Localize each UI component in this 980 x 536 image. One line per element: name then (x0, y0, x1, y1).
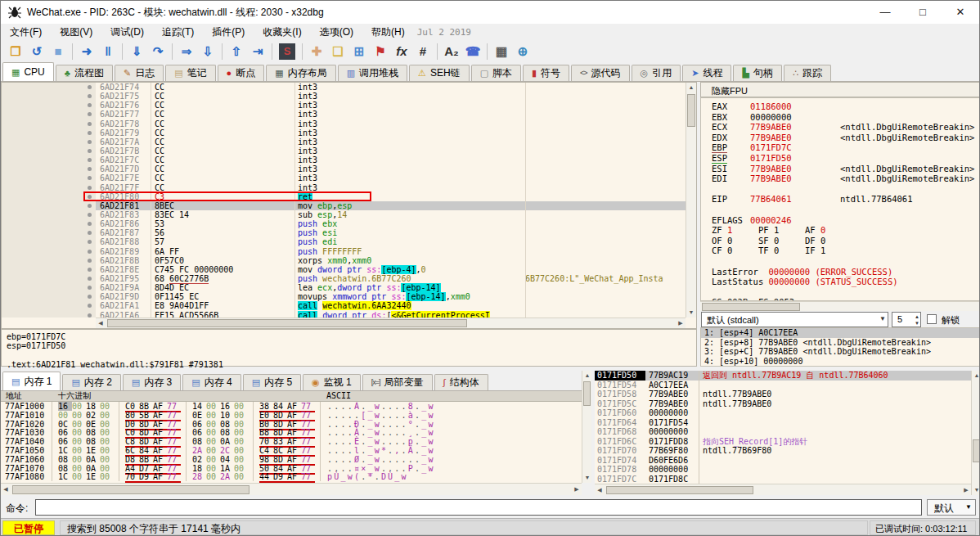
disasm-row[interactable]: 6AD21F9D0F1145 ECmovups xmmword ptr ss:[… (2, 292, 686, 301)
command-input[interactable] (35, 499, 922, 516)
bookmark-icon[interactable]: ⚑ (370, 42, 391, 61)
scroll-left-arrow[interactable]: ◀ (96, 318, 106, 328)
disasm-row[interactable]: 6AD21F818BECmov ebp,esp (2, 201, 686, 210)
breakpoint-dot-icon[interactable] (84, 164, 96, 173)
menu-item-0[interactable]: 文件(F) (1, 24, 51, 41)
disasm-row[interactable]: 6AD21F78CCint3 (2, 119, 686, 128)
menu-item-1[interactable]: 视图(V) (51, 24, 101, 41)
stack-row[interactable]: 0171FD640171FD54 (595, 418, 971, 428)
tab-符号[interactable]: ▮符号 (523, 65, 569, 81)
register-row[interactable]: EIP77B64061ntdll.77B64061 (712, 194, 980, 205)
internet-icon[interactable]: ⊕ (512, 42, 533, 61)
highlight-icon[interactable]: # (412, 42, 434, 61)
breakpoint-dot-icon[interactable] (84, 183, 96, 192)
register-row[interactable]: ECX77B9ABE0<ntdll.DbgUiRemoteBreakin> (712, 122, 980, 133)
breakpoint-dot-icon[interactable] (84, 256, 96, 265)
bottom-tab-监视 1[interactable]: ◉监视 1 (303, 374, 361, 390)
scroll-down-arrow[interactable]: ▼ (686, 308, 696, 318)
stack-row[interactable]: 0171FD6C0171FDD8指向SEH_Record[1]的指针 (595, 437, 971, 447)
registers-list[interactable]: EAX01186000EBX00000000ECX77B9ABE0<ntdll.… (700, 97, 980, 301)
tab-SEH链[interactable]: ⚠SEH链 (409, 65, 470, 81)
disasm-row[interactable]: 6AD21FA1E8 9A04D1FFcall wechatwin.6AA324… (2, 301, 686, 310)
register-row[interactable]: EBP0171FD7C (712, 142, 980, 153)
call-argument-row[interactable]: 2: [esp+8] 77B9ABE0 <ntdll.DbgUiRemoteBr… (701, 338, 980, 348)
breakpoint-dot-icon[interactable] (84, 265, 96, 274)
breakpoint-dot-icon[interactable] (84, 201, 96, 210)
breakpoint-dot-icon[interactable] (84, 155, 96, 164)
dump-rows[interactable]: 77AF100016001800C08BAF77140016003884AF77… (1, 402, 582, 483)
tab-句柄[interactable]: ▙句柄 (733, 65, 781, 81)
disasm-row[interactable]: 6AD21F9A8D4D EClea ecx,dword ptr ss:[ebp… (2, 283, 686, 292)
restart-icon[interactable]: ↺ (26, 42, 47, 61)
disasm-row[interactable]: 6AD21F7CCCint3 (2, 155, 686, 164)
bottom-tab-内存 4[interactable]: ▤内存 4 (182, 374, 241, 390)
breakpoint-dot-icon[interactable] (84, 210, 96, 219)
bottom-tab-结构体[interactable]: ∫结构体 (434, 374, 488, 390)
stack-row[interactable]: 0171FD6800000000 (595, 427, 971, 437)
disasm-row[interactable]: 6AD21F7ACCint3 (2, 137, 686, 146)
breakpoint-dot-icon[interactable] (84, 119, 96, 128)
tab-笔记[interactable]: ▤笔记 (165, 65, 215, 81)
stack-row[interactable]: 0171FD74D60FE6D6 (595, 456, 971, 466)
pause-icon[interactable]: ‖ (97, 42, 119, 61)
spin-arrows-icon[interactable]: ▲▼ (915, 313, 919, 327)
stack-row[interactable]: 0171FD5877B9ABE0ntdll.77B9ABE0 (595, 390, 971, 399)
disassembly-pane[interactable]: 6AD21F74CCint36AD21F75CCint36AD21F76CCin… (1, 82, 697, 329)
disasm-row[interactable]: 6AD21F8B0F57C0xorps xmm0,xmm0 (2, 256, 686, 265)
breakpoint-dot-icon[interactable] (84, 101, 96, 110)
disasm-row[interactable]: 6AD21F79CCint3 (2, 128, 686, 137)
breakpoint-dot-icon[interactable] (84, 110, 96, 119)
memory-dump-pane[interactable]: 地址 十六进制 ASCII 77AF100016001800C08BAF7714… (1, 391, 582, 483)
dump-row[interactable]: 77AF103006000800C08DAF7706000800B88DAF77… (1, 428, 582, 437)
animate-into-icon[interactable]: ⇥ (247, 42, 268, 61)
dump-row[interactable]: 77AF10200C000E00D08DAF7706000800B08DAF77… (1, 420, 582, 429)
dump-row[interactable]: 77AF10501C001E006C84AF772A002C00C48CAF77… (1, 446, 582, 455)
menu-item-3[interactable]: 追踪(T) (153, 24, 203, 41)
dump-row[interactable]: 77AF106008000A00D88BAF7702000400988DAF77… (1, 455, 582, 464)
scroll-up-arrow[interactable]: ▲ (686, 83, 696, 92)
breakpoint-dot-icon[interactable] (84, 83, 96, 92)
function-icon[interactable]: fx (391, 42, 412, 61)
close-button[interactable]: ✕ (942, 1, 979, 24)
disasm-row[interactable]: 6AD21F80C3ret (2, 192, 686, 201)
dump-vscrollbar[interactable]: ▲ ▼ (582, 371, 591, 483)
register-row[interactable]: ESI77B9ABE0<ntdll.DbgUiRemoteBreakin> (712, 164, 980, 174)
registers-hscrollbar[interactable] (700, 301, 980, 311)
breakpoint-dot-icon[interactable] (84, 173, 96, 182)
step-into-icon[interactable]: ⇓ (126, 42, 147, 61)
modified-call-icon[interactable]: ☎ (462, 42, 483, 61)
disasm-row[interactable]: 6AD21F8EC745 FC 00000000mov dword ptr ss… (2, 265, 686, 274)
menu-item-7[interactable]: 帮助(H) (362, 24, 414, 41)
calculator-icon[interactable]: ▦ (491, 42, 512, 61)
breakpoint-dot-icon[interactable] (84, 283, 96, 292)
breakpoint-dot-icon[interactable] (84, 219, 96, 228)
execute-till-return-icon[interactable]: ⇒ (176, 42, 197, 61)
bottom-tab-内存 2[interactable]: ▤内存 2 (62, 374, 120, 390)
bottom-tab-局部变量[interactable]: [x=]局部变量 (362, 374, 433, 390)
menu-item-4[interactable]: 插件(P) (203, 24, 254, 41)
minimize-button[interactable]: — (866, 1, 904, 24)
disasm-row[interactable]: 6AD21F76CCint3 (2, 101, 686, 110)
call-argument-row[interactable]: 4: [esp+10] 00000000 (701, 357, 980, 367)
disasm-row[interactable]: 6AD21F7ECCint3 (2, 173, 686, 182)
disasm-row[interactable]: 6AD21F77CCint3 (2, 110, 686, 119)
dump-row[interactable]: 77AF104006000800C88DAF7708000A007083AF77… (1, 437, 582, 446)
tab-CPU[interactable]: ▦CPU (2, 62, 54, 81)
disassembly-rows[interactable]: 6AD21F74CCint36AD21F75CCint36AD21F76CCin… (2, 83, 686, 318)
breakpoint-dot-icon[interactable] (84, 311, 96, 318)
disasm-hthumb[interactable] (107, 319, 467, 327)
disasm-row[interactable]: 6AD21F8756push esi (2, 228, 686, 237)
menu-item-2[interactable]: 调试(D) (101, 24, 153, 41)
bottom-tab-内存 3[interactable]: ▤内存 3 (123, 374, 181, 390)
call-argument-row[interactable]: 1: [esp+4] A0C17EEA (701, 328, 980, 338)
register-row[interactable]: EDX77B9ABE0<ntdll.DbgUiRemoteBreakin> (712, 133, 980, 143)
breakpoint-dot-icon[interactable] (84, 92, 96, 101)
stack-row[interactable]: 0171FD7077B69F80ntdll.77B69F80 (595, 446, 971, 456)
disasm-row[interactable]: 6AD21F7FCCint3 (2, 183, 686, 192)
tab-断点[interactable]: ●断点 (218, 65, 265, 81)
stack-row[interactable]: 0171FD5077B9AC19返回到 ntdll.77B9AC19 自 ntd… (595, 371, 971, 381)
disasm-row[interactable]: 6AD21F7BCCint3 (2, 146, 686, 155)
menu-item-6[interactable]: 选项(O) (311, 24, 362, 41)
breakpoint-dot-icon[interactable] (84, 292, 96, 301)
stack-row[interactable]: 0171FD5C77B9ABE0ntdll.77B9ABE0 (595, 399, 971, 409)
